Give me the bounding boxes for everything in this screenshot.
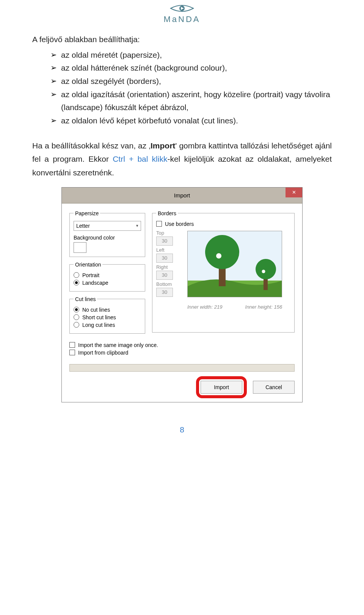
papersize-select[interactable]: Letter ▾ [74,221,141,231]
list-item: az oldal igazítását (orientation) aszeri… [50,88,332,114]
cutlines-group: Cut lines No cut lines Short cut lines L… [69,296,145,334]
top-label: Top [156,230,182,236]
list-item: az oldalon lévő képet körbefutó vonalat … [50,114,332,128]
manda-logo: MaNDA [32,0,332,28]
radio-icon [74,322,79,328]
list-item: az oldal szegélyét (borders), [50,75,332,88]
close-button[interactable]: ✕ [286,188,302,197]
same-image-checkbox[interactable]: Import the same image only once. [69,342,295,348]
cancel-button[interactable]: Cancel [253,381,295,394]
borders-legend: Borders [156,210,178,216]
checkbox-icon [69,342,75,348]
cutlines-short-radio[interactable]: Short cut lines [74,314,141,320]
list-item: az oldal hátterének színét (background c… [50,62,332,75]
svg-point-9 [262,270,265,273]
clipboard-checkbox[interactable]: Import from clipboard [69,350,295,356]
import-button[interactable]: Import [201,381,242,394]
checkbox-label: Import the same image only once. [78,342,158,348]
eye-icon [170,4,194,13]
bottom-label: Bottom [156,281,182,287]
checkbox-label: Import from clipboard [78,350,128,356]
chevron-down-icon: ▾ [136,223,138,228]
radio-label: Portrait [82,272,99,278]
inner-height-label: Inner height: 156 [245,304,282,310]
intro-text: A feljövő ablakban beállíthatja: [32,33,332,46]
radio-icon [74,314,79,320]
use-borders-checkbox[interactable]: Use borders [156,221,290,227]
radio-icon [74,307,79,312]
svg-point-8 [256,259,276,279]
checkbox-icon [156,221,162,227]
import-button-highlight: Import [201,381,242,394]
preview-image [187,231,282,297]
radio-label: Landscape [82,280,108,286]
borders-group: Borders Use borders Top 30 Left 30 Right… [152,210,295,333]
inner-width-label: Inner width: 219 [187,304,223,310]
left-input[interactable]: 30 [156,254,173,263]
orientation-landscape-radio[interactable]: Landscape [74,280,141,286]
radio-label: Short cut lines [82,314,116,320]
progress-bar [69,364,295,372]
radio-icon [74,280,79,285]
page-number: 8 [32,425,332,434]
papersize-value: Letter [76,223,90,229]
right-input[interactable]: 30 [156,271,173,280]
para-blue: Ctrl + bal klikk [113,155,167,163]
list-item: az oldal méretét (papersize), [50,49,332,62]
left-label: Left [156,247,182,253]
radio-label: Long cut lines [82,322,115,328]
cutlines-none-radio[interactable]: No cut lines [74,307,141,313]
manda-wordmark: MaNDA [32,14,332,24]
papersize-legend: Papersize [74,210,100,216]
import-dialog: Import ✕ Papersize Letter ▾ Background c… [61,187,303,402]
top-input[interactable]: 30 [156,237,173,246]
radio-icon [74,272,79,278]
para-bold: Import [151,141,175,150]
settings-bullet-list: az oldal méretét (papersize), az oldal h… [32,49,332,128]
cutlines-long-radio[interactable]: Long cut lines [74,322,141,328]
right-label: Right [156,264,182,270]
radio-label: No cut lines [82,307,110,313]
papersize-group: Papersize Letter ▾ Background color [69,210,145,257]
dialog-titlebar: Import ✕ [62,188,302,203]
svg-point-6 [216,253,221,259]
checkbox-icon [69,350,75,355]
dialog-title: Import [62,192,302,199]
bottom-input[interactable]: 30 [156,288,173,297]
cutlines-legend: Cut lines [74,296,97,302]
instruction-paragraph: Ha a beállításokkal kész van, az ‚Import… [32,139,332,180]
bgcolor-swatch[interactable] [74,242,86,253]
checkbox-label: Use borders [165,221,194,227]
bgcolor-label: Background color [74,235,141,241]
orientation-portrait-radio[interactable]: Portrait [74,272,141,278]
svg-point-5 [205,235,239,269]
para-pre: Ha a beállításokkal kész van, az ‚ [32,141,151,150]
orientation-group: Orientation Portrait Landscape [69,262,145,292]
close-icon: ✕ [292,190,296,195]
orientation-legend: Orientation [74,262,102,268]
